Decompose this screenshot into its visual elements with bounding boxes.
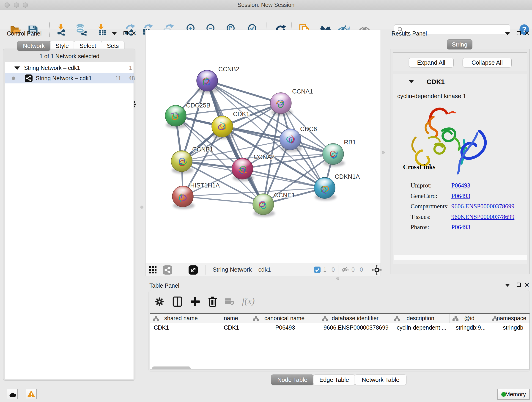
crosslink-link[interactable]: P06493 <box>451 192 470 200</box>
results-panel-maximize-icon[interactable] <box>517 31 521 35</box>
control-panel-float-icon[interactable] <box>112 32 117 35</box>
cell-canonical-name[interactable]: P06493 <box>250 323 320 332</box>
network-icon <box>25 75 32 82</box>
node-CDC25B[interactable] <box>165 105 187 128</box>
crosslink-label: GeneCard: <box>411 192 437 199</box>
column-header-description[interactable]: description <box>391 314 450 323</box>
collection-expand-icon[interactable] <box>14 66 20 70</box>
node-CCNE1[interactable] <box>253 194 275 217</box>
import-table-icon[interactable] <box>96 24 108 36</box>
tab-node-table[interactable]: Node Table <box>271 375 314 385</box>
cell--id[interactable]: stringdb:9... <box>451 323 491 332</box>
delete-column-icon[interactable] <box>208 296 217 307</box>
fit-content-crosshair-icon[interactable] <box>372 265 382 275</box>
export-view-icon[interactable] <box>189 265 198 274</box>
tab-network[interactable]: Network <box>17 41 51 51</box>
node-label-CCNE1: CCNE1 <box>274 192 295 199</box>
status-divider <box>0 387 532 387</box>
table-panel-float-icon[interactable] <box>505 284 510 287</box>
node-table: shared namenamecanonical namedatabase id… <box>150 313 530 370</box>
show-columns-icon[interactable] <box>172 296 182 307</box>
node-CDK1[interactable] <box>212 116 234 139</box>
column-header-database-identifier[interactable]: database identifier <box>319 314 391 323</box>
add-column-icon[interactable] <box>190 297 200 307</box>
node-RB1[interactable] <box>323 143 345 167</box>
column-header-namespace[interactable]: namespace <box>489 314 530 323</box>
node-CCNA2[interactable] <box>232 158 254 181</box>
crosslink-link[interactable]: 9606.ENSP00000378699 <box>451 213 514 220</box>
birds-eye-view-icon[interactable] <box>149 266 157 274</box>
cell-shared-name[interactable]: CDK1 <box>150 323 212 332</box>
table-panel-maximize-icon[interactable] <box>517 283 521 287</box>
cloud-icon <box>7 389 17 399</box>
control-panel-title: Control Panel <box>7 30 41 37</box>
network-row-selected[interactable]: String Network – cdk1 11 48 <box>5 73 133 83</box>
edge-CCNB2-CCNA1[interactable] <box>207 81 281 103</box>
node-CCNB2[interactable] <box>196 70 219 93</box>
tab-network-table[interactable]: Network Table <box>355 375 406 385</box>
results-panel-close-icon[interactable]: ✕ <box>524 31 530 36</box>
cell-namespace[interactable]: stringdb <box>491 323 530 332</box>
warning-button[interactable] <box>26 389 37 399</box>
node-CDC6[interactable] <box>280 129 302 152</box>
crosslink-label: Tissues: <box>411 213 431 220</box>
title-bar: Session: New Session <box>0 0 532 10</box>
node-HIST1H1A[interactable] <box>172 186 195 209</box>
import-network-icon[interactable] <box>56 24 67 36</box>
memory-status-dot <box>501 392 506 397</box>
main-toolbar: ? <box>0 10 532 29</box>
cell-name[interactable]: CDK1 <box>212 323 250 332</box>
node-label-CDC25B: CDC25B <box>186 102 210 109</box>
cdk1-description: cyclin-dependent kinase 1 <box>397 93 466 100</box>
node-CDKN1A[interactable] <box>314 177 336 201</box>
tab-edge-table[interactable]: Edge Table <box>313 375 355 385</box>
control-panel-maximize-icon[interactable] <box>123 31 128 35</box>
cdk1-card-header[interactable]: CDK1 <box>393 74 527 89</box>
import-network-from-database-icon[interactable] <box>75 24 87 36</box>
warning-icon <box>26 389 36 399</box>
selected-checkbox[interactable] <box>314 267 321 273</box>
table-header-row: shared namenamecanonical namedatabase id… <box>150 314 530 323</box>
protein-structure-image <box>406 104 495 186</box>
selected-count: 1 - 0 <box>323 263 335 276</box>
network-tab-panel: 1 of 1 Network selected String Network –… <box>3 49 135 381</box>
column-header-name[interactable]: name <box>212 314 250 323</box>
table-h-scrollbar[interactable] <box>152 366 191 370</box>
string-results-container: Expand All Collapse All CDK1 cyclin-depe… <box>390 49 530 274</box>
table-panel-close-icon[interactable]: ✕ <box>524 283 530 287</box>
cdk1-collapse-icon[interactable] <box>409 80 414 83</box>
network-current-dot <box>12 77 15 80</box>
column-header-canonical-name[interactable]: canonical name <box>250 314 319 323</box>
table-toolbar: f(x) <box>148 290 530 313</box>
column-header-shared-name[interactable]: shared name <box>150 314 212 323</box>
network-view[interactable]: CCNB2CCNA1CDC25BCDK1CDC6RB1CCNB1CCNA2CDK… <box>145 30 381 263</box>
memory-button[interactable]: Memory <box>497 389 530 400</box>
network-tree: String Network – cdk1 1 String Network –… <box>5 62 134 379</box>
column-header--id[interactable]: @id <box>450 314 489 323</box>
crosslink-link[interactable]: 9606.ENSP00000378699 <box>451 203 514 210</box>
cloud-button[interactable] <box>7 389 18 399</box>
node-label-RB1: RB1 <box>344 139 356 146</box>
hidden-eye-icon <box>341 266 349 273</box>
right-splitter-handle[interactable] <box>382 151 385 154</box>
control-panel-close-icon[interactable]: ✕ <box>131 31 136 36</box>
network-selected-status: 1 of 1 Network selected <box>3 53 136 60</box>
table-settings-gear-icon[interactable] <box>154 297 165 307</box>
crosslink-row: Pharos:P06493 <box>411 224 525 234</box>
table-panel-tabs: Node TableEdge TableNetwork Table <box>271 375 406 385</box>
node-label-CCNB2: CCNB2 <box>218 66 239 73</box>
node-CCNA1[interactable] <box>270 93 293 116</box>
tab-string[interactable]: String <box>447 39 472 50</box>
bottom-splitter-handle[interactable] <box>336 277 339 280</box>
cell-database-identifier[interactable]: 9606.ENSP00000378699 <box>320 323 392 332</box>
network-collection-row[interactable]: String Network – cdk1 1 <box>5 63 133 73</box>
network-grey-icon[interactable] <box>163 265 172 274</box>
cell-description[interactable]: cyclin-dependent ... <box>392 323 451 332</box>
results-panel-float-icon[interactable] <box>505 32 510 35</box>
expand-all-button[interactable]: Expand All <box>409 58 454 67</box>
table-row[interactable]: CDK1CDK1P064939606.ENSP00000378699cyclin… <box>150 323 530 332</box>
crosslink-link[interactable]: P06493 <box>451 182 470 189</box>
collapse-all-button[interactable]: Collapse All <box>462 58 512 67</box>
left-splitter-handle[interactable] <box>140 206 143 209</box>
crosslink-link[interactable]: P06493 <box>451 224 470 231</box>
